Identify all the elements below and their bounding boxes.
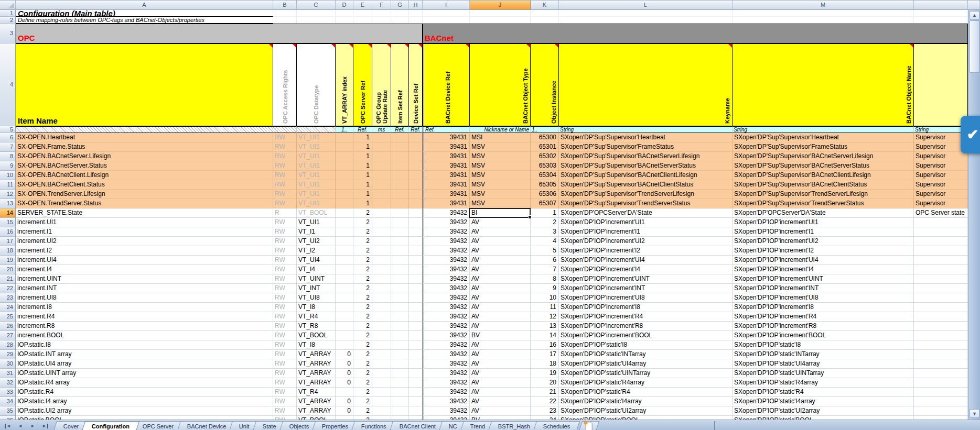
opc-access-rights-cell[interactable]: RW <box>273 180 297 190</box>
bacnet-device-ref-cell[interactable]: 39432 <box>423 246 470 256</box>
object-instance-cell[interactable]: 65300 <box>531 133 559 142</box>
bacnet-device-ref-cell[interactable]: 39432 <box>423 406 470 416</box>
keyname-cell[interactable]: SXopen'DP'IOP'static'INTarray <box>559 350 733 359</box>
bacnet-object-name-cell[interactable]: SXopen'DP'IOP'increment'I1 <box>733 227 914 237</box>
bacnet-object-name-cell[interactable]: SXopen'DP'Sup'Supervisor'TrendServerStat… <box>733 199 914 208</box>
vt-array-index-cell[interactable] <box>336 161 353 171</box>
opc-access-rights-cell[interactable]: RW <box>273 199 297 208</box>
opc-datatype-cell[interactable]: VT_R4 <box>297 388 336 397</box>
opc-server-ref-cell[interactable]: 2 <box>353 227 372 237</box>
bacnet-name-cell[interactable] <box>914 340 968 350</box>
row-header-24[interactable]: 24 <box>0 303 16 312</box>
vt-array-index-cell[interactable] <box>336 388 353 397</box>
opc-group-update-rate-cell[interactable] <box>372 161 391 171</box>
object-instance-cell[interactable]: 18 <box>531 359 559 369</box>
bacnet-name-cell[interactable] <box>914 350 968 359</box>
item-set-ref-cell[interactable] <box>391 171 409 180</box>
bacnet-object-type-cell[interactable]: MSV <box>470 171 531 180</box>
bacnet-object-name-cell[interactable]: SXopen'DP'Sup'Supervisor'BACnetServerLif… <box>733 152 914 161</box>
opc-access-rights-cell[interactable]: RW <box>273 350 297 359</box>
object-instance-cell[interactable]: 13 <box>531 322 559 331</box>
vt-array-index-cell[interactable] <box>336 208 353 218</box>
bacnet-object-type-cell[interactable]: AV <box>470 246 531 256</box>
keyname-cell[interactable]: SXopen'DP'IOP'increment'R8 <box>559 322 733 331</box>
opc-datatype-cell[interactable]: VT_UI1 <box>297 161 336 171</box>
opc-group-update-rate-cell[interactable] <box>372 171 391 180</box>
vt-array-index-cell[interactable] <box>336 256 353 265</box>
bacnet-object-type-cell[interactable]: AV <box>470 256 531 265</box>
bacnet-object-type-cell[interactable]: AV <box>470 293 531 303</box>
row-header-10[interactable]: 10 <box>0 171 16 180</box>
keyname-cell[interactable]: SXopen'DP'IOP'increment'UI8 <box>559 293 733 303</box>
field-header-G[interactable]: Item Set Ref <box>391 43 409 126</box>
vt-array-index-cell[interactable] <box>336 340 353 350</box>
device-set-ref-cell[interactable] <box>409 265 423 274</box>
keyname-cell[interactable]: SXopen'DP'IOP'static'I8 <box>559 340 733 350</box>
object-instance-cell[interactable]: 65301 <box>531 142 559 152</box>
bacnet-device-ref-cell[interactable]: 39432 <box>423 274 470 284</box>
opc-server-ref-cell[interactable]: 2 <box>353 378 372 388</box>
bacnet-object-type-cell[interactable]: AV <box>470 350 531 359</box>
item-name-cell[interactable]: increment.UI1 <box>16 218 273 227</box>
row-header-34[interactable]: 34 <box>0 397 16 406</box>
device-set-ref-cell[interactable] <box>409 199 423 208</box>
opc-datatype-cell[interactable]: VT_BOOL <box>297 208 336 218</box>
opc-access-rights-cell[interactable]: RW <box>273 312 297 322</box>
opc-datatype-cell[interactable]: VT_UI1 <box>297 190 336 199</box>
bacnet-device-ref-cell[interactable]: 39431 <box>423 142 470 152</box>
bacnet-object-name-cell[interactable]: SXopen'DP'IOP'increment'INT <box>733 284 914 293</box>
keyname-cell[interactable]: SXopen'DP'IOP'static'R4array <box>559 378 733 388</box>
bacnet-object-type-cell[interactable]: MSV <box>470 161 531 171</box>
selected-cell[interactable] <box>469 208 531 218</box>
keyname-cell[interactable]: SXopen'DP'Sup'Supervisor'BACnetClientSta… <box>559 180 733 190</box>
vt-array-index-cell[interactable] <box>336 322 353 331</box>
bacnet-name-cell[interactable] <box>914 397 968 406</box>
field-header-E[interactable]: OPC Server Ref <box>353 43 372 126</box>
item-set-ref-cell[interactable] <box>391 190 409 199</box>
vt-array-index-cell[interactable] <box>336 303 353 312</box>
tab-split-handle[interactable] <box>714 421 719 430</box>
bacnet-object-name-cell[interactable]: SXopen'DP'Sup'Supervisor'BACnetClientLif… <box>733 171 914 180</box>
item-name-cell[interactable]: IOP.static.R4 <box>16 388 273 397</box>
bacnet-object-name-cell[interactable]: SXopen'DP'IOP'increment'I8 <box>733 303 914 312</box>
keyname-cell[interactable]: SXopen'DP'Sup'Supervisor'TrendServerStat… <box>559 199 733 208</box>
bacnet-object-name-cell[interactable]: SXopen'DP'Sup'Supervisor'BACnetClientSta… <box>733 180 914 190</box>
bacnet-device-ref-cell[interactable]: 39432 <box>423 397 470 406</box>
item-name-cell[interactable]: IOP.static.UI4 array <box>16 359 273 369</box>
item-name-cell[interactable]: increment.UI8 <box>16 293 273 303</box>
bacnet-device-ref-cell[interactable]: 39432 <box>423 378 470 388</box>
opc-datatype-cell[interactable]: VT_R8 <box>297 322 336 331</box>
row-header-33[interactable]: 33 <box>0 388 16 397</box>
vt-array-index-cell[interactable] <box>336 199 353 208</box>
item-name-cell[interactable]: IOP.static.UI2 array <box>16 406 273 416</box>
bacnet-device-ref-cell[interactable]: 39432 <box>423 388 470 397</box>
item-name-cell[interactable]: increment.UI4 <box>16 256 273 265</box>
opc-datatype-cell[interactable]: VT_ARRAY <box>297 359 336 369</box>
opc-access-rights-cell[interactable]: RW <box>273 359 297 369</box>
item-name-cell[interactable]: IOP.static.I8 <box>16 340 273 350</box>
vt-array-index-cell[interactable] <box>336 142 353 152</box>
item-name-cell[interactable]: SX-OPEN.TrendServer.Status <box>16 199 273 208</box>
item-set-ref-cell[interactable] <box>391 208 409 218</box>
bacnet-device-ref-cell[interactable]: 39432 <box>423 369 470 378</box>
keyname-cell[interactable]: SXopen'DP'IOP'static'R4 <box>559 388 733 397</box>
bacnet-object-name-cell[interactable]: SXopen'DP'IOP'increment'R4 <box>733 312 914 322</box>
object-instance-cell[interactable]: 8 <box>531 274 559 284</box>
opc-datatype-cell[interactable]: VT_R4 <box>297 312 336 322</box>
opc-access-rights-cell[interactable]: RW <box>273 388 297 397</box>
opc-group-update-rate-cell[interactable] <box>372 274 391 284</box>
opc-group-update-rate-cell[interactable] <box>372 322 391 331</box>
vt-array-index-cell[interactable] <box>336 246 353 256</box>
bacnet-object-type-cell[interactable]: AV <box>470 406 531 416</box>
object-instance-cell[interactable]: 1 <box>531 208 559 218</box>
device-set-ref-cell[interactable] <box>409 171 423 180</box>
opc-access-rights-cell[interactable]: R <box>273 208 297 218</box>
opc-group-update-rate-cell[interactable] <box>372 237 391 246</box>
object-instance-cell[interactable]: 11 <box>531 303 559 312</box>
bacnet-name-cell[interactable] <box>914 218 968 227</box>
bacnet-name-cell[interactable]: Supervisor <box>914 161 968 171</box>
bacnet-name-cell[interactable] <box>914 378 968 388</box>
sheet-subtitle[interactable]: Define mapping-rules between OPC-tags an… <box>16 17 273 24</box>
opc-access-rights-cell[interactable]: RW <box>273 406 297 416</box>
opc-group-update-rate-cell[interactable] <box>372 284 391 293</box>
